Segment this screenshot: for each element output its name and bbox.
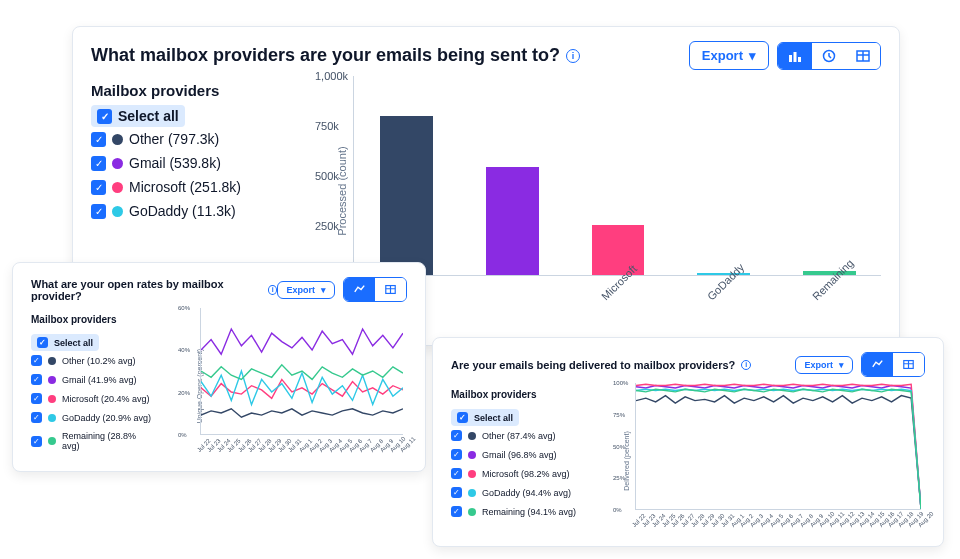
view-toggle xyxy=(861,352,925,377)
series-microsoft xyxy=(636,384,921,509)
y-tick: 750k xyxy=(315,120,339,132)
export-label: Export xyxy=(702,48,743,63)
info-icon[interactable]: i xyxy=(566,49,580,63)
line-chart: Delivered (percent) 100%75%50%25%0% Jul … xyxy=(603,383,925,538)
y-axis-label: Delivered (percent) xyxy=(623,431,630,491)
legend-item[interactable]: ✓Microsoft (251.8k) xyxy=(91,175,291,199)
view-bar-chart[interactable] xyxy=(778,43,812,69)
checkbox-icon: ✓ xyxy=(451,506,462,517)
checkbox-icon: ✓ xyxy=(31,412,42,423)
legend-item[interactable]: ✓Gmail (41.9% avg) xyxy=(31,370,156,389)
legend-panel: Mailbox providers ✓ Select all ✓Other (8… xyxy=(451,383,591,538)
series-godaddy xyxy=(636,389,921,509)
legend-item[interactable]: ✓Microsoft (20.4% avg) xyxy=(31,389,156,408)
y-tick: 25% xyxy=(613,475,625,481)
card-body: Mailbox providers ✓ Select all ✓Other (1… xyxy=(13,308,425,481)
swatch-icon xyxy=(48,437,56,445)
legend-item[interactable]: ✓Other (87.4% avg) xyxy=(451,426,591,445)
view-line-chart[interactable] xyxy=(344,278,375,301)
legend-label: Gmail (96.8% avg) xyxy=(482,450,557,460)
card-header: What mailbox providers are your emails b… xyxy=(73,27,899,76)
legend-item[interactable]: ✓Microsoft (98.2% avg) xyxy=(451,464,591,483)
swatch-icon xyxy=(112,182,123,193)
legend-label: GoDaddy (11.3k) xyxy=(129,203,236,219)
view-line-chart[interactable] xyxy=(812,43,846,69)
legend-item[interactable]: ✓Other (797.3k) xyxy=(91,127,291,151)
legend-label: Microsoft (251.8k) xyxy=(129,179,241,195)
legend-item[interactable]: ✓GoDaddy (20.9% avg) xyxy=(31,408,156,427)
title-text: Are your emails being delivered to mailb… xyxy=(451,359,735,371)
legend-item[interactable]: ✓Gmail (96.8% avg) xyxy=(451,445,591,464)
y-tick: 75% xyxy=(613,412,625,418)
series-microsoft xyxy=(201,379,403,398)
line-chart-icon xyxy=(354,284,365,295)
view-table[interactable] xyxy=(846,43,880,69)
svg-rect-0 xyxy=(789,55,792,62)
info-icon[interactable]: i xyxy=(741,360,751,370)
y-tick: 100% xyxy=(613,380,628,386)
series-gmail xyxy=(201,329,403,354)
export-button[interactable]: Export ▾ xyxy=(689,41,769,70)
y-tick: 20% xyxy=(178,390,190,396)
swatch-icon xyxy=(48,395,56,403)
card-title: What are your open rates by mailbox prov… xyxy=(31,278,277,302)
svg-rect-1 xyxy=(794,52,797,62)
checkbox-icon: ✓ xyxy=(31,436,42,447)
legend-label: Other (797.3k) xyxy=(129,131,219,147)
line-chart: Unique Opens (percent) 60%40%20%0% Jul 2… xyxy=(168,308,407,463)
y-tick: 250k xyxy=(315,220,339,232)
checkbox-icon: ✓ xyxy=(451,430,462,441)
swatch-icon xyxy=(468,451,476,459)
select-all[interactable]: ✓ Select all xyxy=(31,334,99,351)
checkbox-icon: ✓ xyxy=(97,109,112,124)
legend-title: Mailbox providers xyxy=(91,82,291,99)
export-button[interactable]: Export ▾ xyxy=(795,356,853,374)
bar-other xyxy=(380,116,433,275)
legend-title: Mailbox providers xyxy=(451,389,591,400)
select-all-label: Select all xyxy=(54,338,93,348)
line-chart-icon xyxy=(872,359,883,370)
swatch-icon xyxy=(468,432,476,440)
checkbox-icon: ✓ xyxy=(31,393,42,404)
swatch-icon xyxy=(112,206,123,217)
legend-label: Gmail (41.9% avg) xyxy=(62,375,137,385)
checkbox-icon: ✓ xyxy=(451,468,462,479)
checkbox-icon: ✓ xyxy=(91,132,106,147)
export-label: Export xyxy=(804,360,833,370)
chevron-down-icon: ▾ xyxy=(321,285,326,295)
legend-item[interactable]: ✓GoDaddy (94.4% avg) xyxy=(451,483,591,502)
toolbar: Export ▾ xyxy=(277,277,407,302)
series-remaining xyxy=(636,389,921,509)
bar-chart-icon xyxy=(788,49,802,63)
legend-item[interactable]: ✓Remaining (94.1% avg) xyxy=(451,502,591,521)
export-label: Export xyxy=(286,285,315,295)
title-text: What are your open rates by mailbox prov… xyxy=(31,278,262,302)
export-button[interactable]: Export ▾ xyxy=(277,281,335,299)
legend-item[interactable]: ✓GoDaddy (11.3k) xyxy=(91,199,291,223)
card-open-rates: What are your open rates by mailbox prov… xyxy=(12,262,426,472)
legend-label: Gmail (539.8k) xyxy=(129,155,221,171)
y-tick: 0% xyxy=(613,507,622,513)
table-icon xyxy=(903,359,914,370)
swatch-icon xyxy=(468,470,476,478)
swatch-icon xyxy=(112,158,123,169)
clock-icon xyxy=(822,49,836,63)
legend-label: Microsoft (98.2% avg) xyxy=(482,469,570,479)
select-all-label: Select all xyxy=(118,108,179,124)
series-other xyxy=(636,396,921,509)
view-toggle xyxy=(777,42,881,70)
view-table[interactable] xyxy=(375,278,406,301)
select-all[interactable]: ✓ Select all xyxy=(91,105,185,127)
checkbox-icon: ✓ xyxy=(37,337,48,348)
view-table[interactable] xyxy=(893,353,924,376)
legend-item[interactable]: ✓Gmail (539.8k) xyxy=(91,151,291,175)
info-icon[interactable]: i xyxy=(268,285,278,295)
svg-rect-2 xyxy=(798,57,801,62)
y-tick: 0% xyxy=(178,432,187,438)
legend-label: Other (10.2% avg) xyxy=(62,356,136,366)
legend-item[interactable]: ✓Remaining (28.8% avg) xyxy=(31,427,156,455)
legend-item[interactable]: ✓Other (10.2% avg) xyxy=(31,351,156,370)
select-all[interactable]: ✓ Select all xyxy=(451,409,519,426)
view-line-chart[interactable] xyxy=(862,353,893,376)
legend-label: Remaining (94.1% avg) xyxy=(482,507,576,517)
